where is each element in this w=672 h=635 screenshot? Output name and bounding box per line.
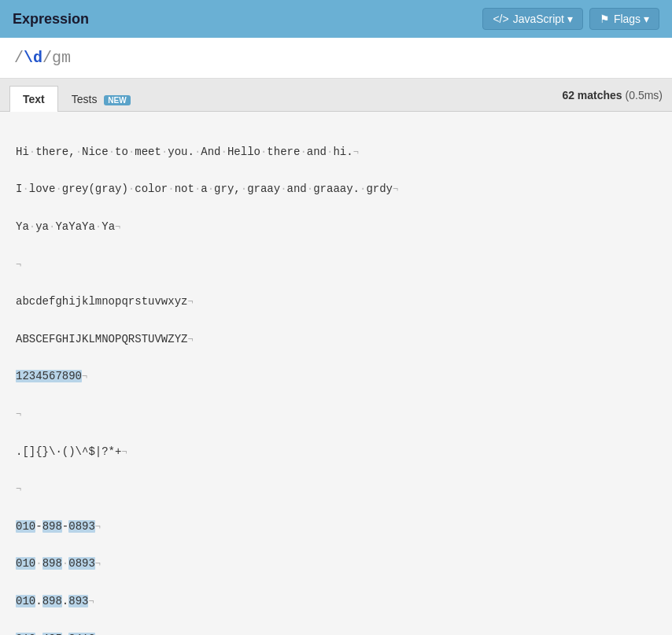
line-9: .[]{}\·()\^$|?*+¬: [16, 443, 656, 462]
expr-pattern: \d: [24, 49, 42, 67]
line-14: 010-405-3412¬: [16, 630, 656, 635]
expr-slash-close: /: [42, 49, 52, 67]
tab-tests[interactable]: Tests NEW: [58, 86, 144, 112]
line-7: 1234567890¬: [16, 367, 656, 386]
line-6: ABSCEFGHIJKLMNOPQRSTUVWZYZ¬: [16, 330, 656, 349]
match-phone2b: 898: [42, 557, 62, 570]
match-digits: 1234567890: [16, 370, 82, 382]
expression-bar[interactable]: /\d/gm: [0, 38, 672, 79]
line-3: Ya·ya·YaYaYa·Ya¬: [16, 218, 656, 237]
line-5: abcdefghijklmnopqrstuvwxyz¬: [16, 293, 656, 312]
new-badge: NEW: [104, 95, 130, 105]
match-phone3c: 893: [68, 595, 88, 607]
app-title: Expression: [13, 11, 89, 28]
line-11: 010-898-0893¬: [16, 518, 656, 537]
line-12: 010·898·0893¬: [16, 555, 656, 574]
match-phone1: 010: [16, 520, 35, 533]
line-13: 010.898.893¬: [16, 593, 656, 611]
tab-bar: Text Tests NEW 62 matches (0.5ms): [0, 79, 672, 112]
match-count: 62 matches (0.5ms): [562, 89, 663, 102]
header: Expression </> JavaScript ▾ ⚑ Flags ▾: [0, 0, 672, 38]
expr-flags: gm: [52, 49, 71, 67]
tab-text[interactable]: Text: [9, 86, 58, 112]
line-8: ¬: [16, 405, 656, 424]
code-icon: </>: [493, 13, 508, 25]
match-phone2: 010: [16, 557, 35, 570]
tabs: Text Tests NEW: [9, 79, 144, 111]
flag-icon: ⚑: [600, 13, 610, 25]
text-content[interactable]: Hi·there,·Nice·to·meet·you.·And·Hello·th…: [0, 112, 672, 635]
line-4: ¬: [16, 256, 656, 275]
match-phone4: 010: [16, 633, 35, 635]
expr-slash-open: /: [14, 49, 24, 67]
javascript-button[interactable]: </> JavaScript ▾: [482, 8, 583, 30]
match-phone1c: 0893: [68, 520, 95, 533]
flags-button[interactable]: ⚑ Flags ▾: [589, 8, 659, 30]
match-phone3b: 898: [42, 595, 62, 607]
header-buttons: </> JavaScript ▾ ⚑ Flags ▾: [482, 8, 659, 30]
match-phone4c: 3412: [68, 633, 95, 635]
match-time: (0.5ms): [626, 89, 663, 102]
match-phone3: 010: [16, 595, 35, 607]
match-count-number: 62 matches: [562, 89, 622, 102]
line-1: Hi·there,·Nice·to·meet·you.·And·Hello·th…: [16, 143, 656, 162]
line-2: I·love·grey(gray)·color·not·a·gry,·graay…: [16, 180, 656, 199]
match-phone2c: 0893: [68, 557, 95, 570]
match-phone4b: 405: [42, 633, 62, 635]
match-phone1b: 898: [42, 520, 62, 533]
line-10: ¬: [16, 480, 656, 499]
